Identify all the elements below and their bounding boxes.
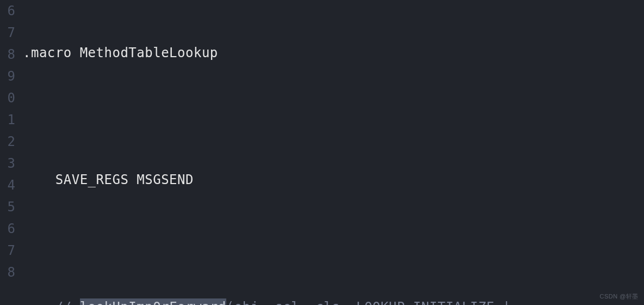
- line-number: 7: [0, 22, 15, 44]
- macro-keyword: .macro: [23, 45, 72, 60]
- comment: (obj, sel, cls, LOOKUP_INITIALIZE |: [226, 300, 511, 305]
- line-number: 8: [0, 261, 15, 283]
- code-line[interactable]: SAVE_REGS MSGSEND: [23, 169, 644, 191]
- instruction: SAVE_REGS MSGSEND: [23, 172, 194, 187]
- line-number: 4: [0, 174, 15, 196]
- line-number: 0: [0, 87, 15, 109]
- line-number: 2: [0, 131, 15, 152]
- highlighted-text: lookUpImpOrForward: [80, 298, 226, 305]
- code-line[interactable]: [23, 233, 644, 254]
- line-number: 5: [0, 196, 15, 218]
- line-number-gutter: 6 7 8 9 0 1 2 3 4 5 6 7 8: [0, 0, 15, 305]
- macro-name: MethodTableLookup: [72, 45, 218, 60]
- code-line[interactable]: // lookUpImpOrForward(obj, sel, cls, LOO…: [23, 296, 644, 305]
- watermark: CSDN @轩墨: [600, 292, 639, 302]
- line-number: 6: [0, 218, 15, 240]
- code-line[interactable]: .macro MethodTableLookup: [23, 42, 644, 64]
- code-line[interactable]: [23, 106, 644, 127]
- line-number: 6: [0, 0, 15, 22]
- line-number: 8: [0, 44, 15, 65]
- line-number: 9: [0, 65, 15, 87]
- line-number: 3: [0, 152, 15, 174]
- code-editor[interactable]: 6 7 8 9 0 1 2 3 4 5 6 7 8 .macro MethodT…: [0, 0, 644, 305]
- line-number: 1: [0, 109, 15, 131]
- code-area[interactable]: .macro MethodTableLookup SAVE_REGS MSGSE…: [15, 0, 644, 305]
- comment: //: [23, 300, 80, 305]
- line-number: 7: [0, 240, 15, 261]
